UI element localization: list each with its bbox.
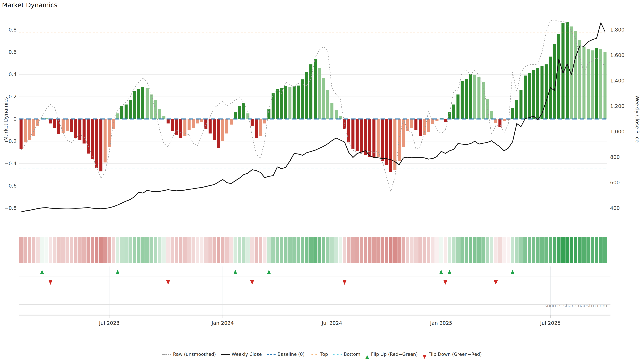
heat-cell [502,237,506,263]
heat-cell [427,237,430,263]
osc-bar [166,119,170,123]
heat-cell [217,237,220,263]
osc-bar [520,90,522,119]
heat-cell [234,237,237,263]
heat-cell [557,237,560,263]
osc-bar [255,119,258,138]
heat-cell [36,237,40,263]
heat-cell [212,237,216,263]
osc-bar [305,72,308,119]
left-axis-tick: −0.2 [4,138,16,144]
osc-bar [410,119,413,128]
heat-cell [372,237,376,263]
heat-cell [595,237,598,263]
osc-bar [226,119,228,133]
osc-bar [461,81,464,119]
heat-cell [582,237,586,263]
heat-cell [418,237,422,263]
right-axis-tick: 600 [610,180,620,186]
heat-cell [482,237,485,263]
heat-cell [103,237,107,263]
osc-bar [99,119,102,171]
heat-cell [532,237,535,263]
heat-cell [524,237,527,263]
osc-bar [250,119,254,126]
flip-up-marker [510,270,514,274]
heat-cell [78,237,82,263]
osc-bar [74,119,77,138]
osc-bar [427,119,430,132]
heat-cell [112,237,115,263]
osc-bar [372,119,376,157]
osc-bar [444,119,447,122]
osc-bar [351,119,354,149]
osc-bar [343,119,346,129]
osc-bar [188,119,191,130]
osc-bar [53,119,56,128]
heat-cell [318,237,321,263]
heat-cell [355,237,359,263]
heat-cell [91,237,94,263]
heat-cell [296,237,300,263]
heat-cell [561,237,565,263]
osc-bar [196,119,199,123]
heat-cell [322,237,325,263]
heat-cell [183,237,187,263]
heat-cell [376,237,380,263]
heat-cell [309,237,312,263]
osc-bar [133,91,136,119]
osc-bar [137,89,140,119]
heat-cell [406,237,410,263]
osc-bar [183,119,186,136]
osc-bar [456,94,460,119]
heat-cell [591,237,594,263]
heat-cell [74,237,78,263]
heat-cell [511,237,514,263]
right-axis-tick: 1,800 [610,27,624,33]
legend-label: Raw (unsmoothed) [173,352,216,357]
heat-cell [334,237,338,263]
osc-bar [36,119,40,126]
heat-cell [402,237,405,263]
heat-cell [204,237,208,263]
heat-cell [398,237,401,263]
heat-cell [574,237,578,263]
legend-item: ▼Flip Down (Green→Red) [423,352,482,357]
heat-cell [507,237,510,263]
osc-bar [276,89,279,119]
heat-cell [301,237,304,263]
osc-bar [465,79,468,119]
osc-bar [314,59,317,119]
heat-cell [146,237,149,263]
osc-bar [364,119,367,155]
legend-label: Baseline (0) [278,352,304,357]
osc-bar [473,75,476,119]
heat-cell [351,237,355,263]
heat-cell [225,237,228,263]
heat-cell [57,237,60,263]
heat-cell [246,237,250,263]
x-tick-label: Jan 2025 [430,320,452,326]
flip-down-marker [342,280,346,285]
heat-cell [276,237,279,263]
heat-cell [360,237,363,263]
heat-cell [82,237,86,263]
osc-bar [66,119,69,131]
heat-cell [62,237,65,263]
heat-cell [364,237,367,263]
heat-cell [53,237,56,263]
heat-cell [158,237,162,263]
legend: Raw (unsmoothed)Weekly CloseBaseline (0)… [0,352,644,357]
heat-cell [603,237,607,263]
heat-cell [32,237,36,263]
osc-bar [259,119,262,136]
heat-cell [422,237,426,263]
left-axis-tick: 0.8 [8,27,16,33]
heat-cell [444,237,447,263]
osc-bar [120,106,124,119]
x-tick-label: Jul 2025 [540,320,561,326]
heat-cell [133,237,136,263]
osc-bar [192,119,195,128]
heat-cell [456,237,460,263]
osc-bar [326,90,329,119]
